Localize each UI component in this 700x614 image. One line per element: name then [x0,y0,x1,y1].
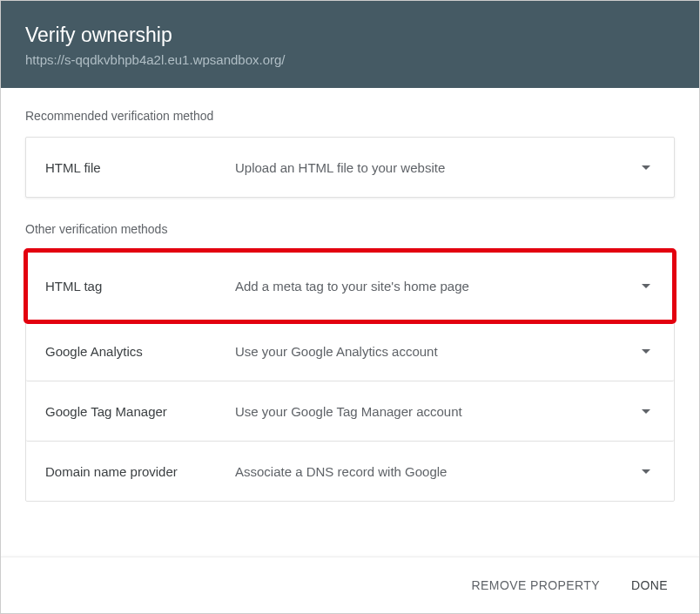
chevron-down-icon [636,275,656,296]
dialog-header: Verify ownership https://s-qqdkvbhpb4a2l… [1,1,699,88]
method-google-analytics[interactable]: Google Analytics Use your Google Analyti… [26,321,674,381]
dialog-subtitle: https://s-qqdkvbhpb4a2l.eu1.wpsandbox.or… [25,52,675,67]
method-title: Domain name provider [45,464,235,479]
dialog-content: Recommended verification method HTML fil… [1,88,699,557]
method-desc: Use your Google Analytics account [235,344,636,359]
other-section-label: Other verification methods [25,222,675,236]
recommended-section-label: Recommended verification method [25,109,675,123]
done-button[interactable]: DONE [621,570,678,601]
method-title: HTML file [45,160,235,175]
method-domain-name-provider[interactable]: Domain name provider Associate a DNS rec… [26,442,674,501]
chevron-down-icon [636,157,656,178]
method-desc: Use your Google Tag Manager account [235,404,636,419]
method-google-tag-manager[interactable]: Google Tag Manager Use your Google Tag M… [26,381,674,442]
method-html-file[interactable]: HTML file Upload an HTML file to your we… [25,137,675,198]
remove-property-button[interactable]: REMOVE PROPERTY [461,570,610,601]
chevron-down-icon [636,461,656,482]
other-methods-list: HTML tag Add a meta tag to your site's h… [25,250,675,502]
verify-ownership-dialog: Verify ownership https://s-qqdkvbhpb4a2l… [1,1,699,613]
method-desc: Upload an HTML file to your website [235,160,636,175]
method-title: Google Tag Manager [45,404,235,419]
method-title: HTML tag [45,279,235,294]
method-html-tag[interactable]: HTML tag Add a meta tag to your site's h… [26,251,674,321]
chevron-down-icon [636,341,656,361]
method-desc: Associate a DNS record with Google [235,464,636,479]
dialog-title: Verify ownership [25,24,675,47]
method-desc: Add a meta tag to your site's home page [235,279,636,294]
chevron-down-icon [636,401,656,422]
method-title: Google Analytics [45,344,235,359]
dialog-footer: REMOVE PROPERTY DONE [1,557,699,613]
